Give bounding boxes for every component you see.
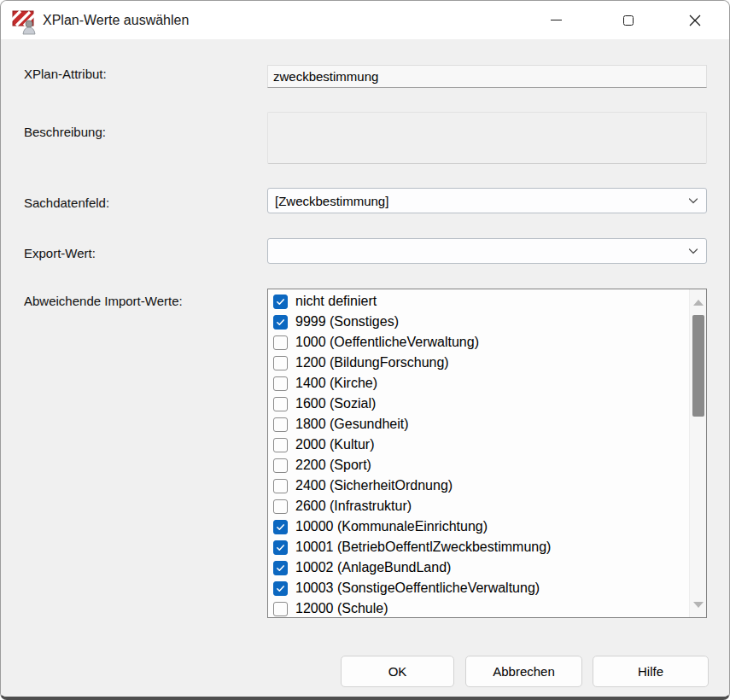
list-item[interactable]: 10003 (SonstigeOeffentlicheVerwaltung) [268,578,689,598]
check-icon [276,318,285,327]
import-values-list: nicht definiert9999 (Sonstiges)1000 (Oef… [268,289,689,617]
list-item-label: 2200 (Sport) [295,458,371,473]
checkbox-checked[interactable] [273,540,288,555]
checkbox-unchecked[interactable] [273,356,288,370]
scroll-up-button[interactable] [690,295,707,310]
list-item-label: 1600 (Sozial) [295,396,376,411]
chevron-down-icon [687,245,699,257]
list-item[interactable]: 1400 (Kirche) [268,373,689,394]
check-icon [276,563,285,573]
list-item[interactable]: 1600 (Sozial) [268,394,689,414]
list-item-label: 2000 (Kultur) [295,437,375,452]
dialog-content: XPlan-Attribut: Beschreibung: Sachdatenf… [1,39,729,697]
list-item-label: 2400 (SicherheitOrdnung) [295,478,453,493]
close-button[interactable] [675,1,715,39]
cancel-button[interactable]: Abbrechen [465,656,582,687]
list-item[interactable]: 12000 (Schule) [268,598,689,618]
minimize-icon [551,20,562,20]
checkbox-unchecked[interactable] [273,335,288,350]
check-icon [276,584,285,593]
list-item-label: 10000 (KommunaleEinrichtung) [295,519,488,534]
xplan-app-icon [12,9,38,35]
list-item-label: 10002 (AnlageBundLand) [295,560,451,575]
checkbox-unchecked[interactable] [273,397,288,411]
window-title: XPlan-Werte auswählen [43,13,189,28]
chevron-down-icon [687,195,699,207]
checkbox-checked[interactable] [273,315,288,330]
sachdatenfeld-value: [Zweckbestimmung] [275,194,687,208]
checkbox-unchecked[interactable] [273,479,288,493]
list-item-label: 12000 (Schule) [295,601,388,616]
list-item[interactable]: 2000 (Kultur) [268,435,689,455]
help-button[interactable]: Hilfe [593,656,709,687]
maximize-icon [623,15,634,26]
list-item[interactable]: nicht definiert [268,291,689,312]
scroll-down-button[interactable] [690,597,707,612]
list-item-label: 10003 (SonstigeOeffentlicheVerwaltung) [295,580,540,596]
beschreibung-label: Beschreibung: [24,125,106,139]
list-item-label: 1400 (Kirche) [295,376,377,391]
list-item[interactable]: 10000 (KommunaleEinrichtung) [268,516,689,537]
list-item-label: 10001 (BetriebOeffentlZweckbestimmung) [295,540,551,555]
list-item-label: 2600 (Infrastruktur) [295,499,412,514]
check-icon [276,522,285,532]
checkbox-unchecked[interactable] [273,417,288,432]
vertical-scrollbar[interactable] [689,289,706,617]
export-wert-combobox[interactable] [267,238,707,264]
export-wert-label: Export-Wert: [24,246,96,260]
triangle-up-icon [693,300,704,306]
minimize-button[interactable] [536,1,575,39]
list-item-label: 9999 (Sonstiges) [295,314,399,330]
checkbox-checked[interactable] [273,561,288,575]
check-icon [276,543,285,552]
list-item[interactable]: 1200 (BildungForschung) [268,353,689,373]
list-item[interactable]: 1000 (OeffentlicheVerwaltung) [268,332,689,353]
list-item-label: 1000 (OeffentlicheVerwaltung) [295,335,479,350]
list-item-label: 1800 (Gesundheit) [295,417,409,432]
list-item[interactable]: 2400 (SicherheitOrdnung) [268,475,689,496]
check-icon [276,297,285,306]
xplan-dialog-window: XPlan-Werte auswählen XPlan-Attribut: Be… [0,0,730,700]
beschreibung-textarea[interactable] [267,112,707,164]
ok-button[interactable]: OK [341,656,454,687]
checkbox-unchecked[interactable] [273,499,288,514]
list-item-label: nicht definiert [295,294,377,309]
list-item[interactable]: 2200 (Sport) [268,455,689,475]
list-item[interactable]: 10001 (BetriebOeffentlZweckbestimmung) [268,537,689,557]
list-item[interactable]: 9999 (Sonstiges) [268,312,689,332]
close-icon [689,15,701,26]
import-values-listbox[interactable]: nicht definiert9999 (Sonstiges)1000 (Oef… [267,289,707,618]
import-werte-label: Abweichende Import-Werte: [24,294,183,308]
maximize-button[interactable] [609,1,648,39]
checkbox-unchecked[interactable] [273,376,288,391]
checkbox-checked[interactable] [273,295,288,309]
list-item[interactable]: 2600 (Infrastruktur) [268,496,689,516]
titlebar[interactable]: XPlan-Werte auswählen [1,1,729,39]
list-item[interactable]: 10002 (AnlageBundLand) [268,557,689,578]
list-item[interactable]: 1800 (Gesundheit) [268,414,689,435]
checkbox-unchecked[interactable] [273,458,288,473]
checkbox-checked[interactable] [273,520,288,534]
checkbox-checked[interactable] [273,581,288,596]
xplan-attribut-label: XPlan-Attribut: [24,67,107,81]
checkbox-unchecked[interactable] [273,602,288,616]
xplan-attribut-input[interactable] [267,65,707,88]
sachdatenfeld-combobox[interactable]: [Zweckbestimmung] [267,188,707,213]
checkbox-unchecked[interactable] [273,438,288,452]
sachdatenfeld-label: Sachdatenfeld: [24,195,109,210]
triangle-down-icon [693,602,704,608]
scrollbar-thumb[interactable] [692,315,704,417]
list-item-label: 1200 (BildungForschung) [295,355,449,370]
